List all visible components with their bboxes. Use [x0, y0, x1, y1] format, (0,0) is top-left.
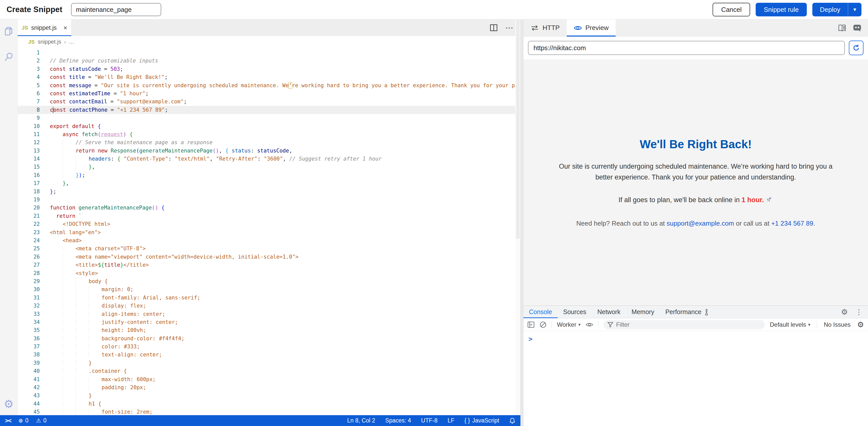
code-line[interactable]: 45 font-size: 2rem; [18, 408, 520, 415]
problems-warnings[interactable]: ⚠0 [36, 417, 46, 424]
code-line[interactable]: 26 <meta name="viewport" content="width=… [18, 253, 520, 261]
code-editor[interactable]: 12// Define your customizable inputs3con… [18, 48, 520, 415]
code-line[interactable]: 38 text-align: center; [18, 351, 520, 359]
code-line[interactable]: 3const statusCode = 503; [18, 65, 520, 73]
code-line[interactable]: 34 justify-content: center; [18, 318, 520, 326]
console-output[interactable]: > [523, 331, 868, 426]
tab-http[interactable]: HTTP [523, 20, 567, 36]
docs-book-icon[interactable] [838, 24, 846, 32]
tab-snippet-js[interactable]: JS snippet.js × [18, 20, 71, 36]
code-line[interactable]: 6const estimatedTime = "1 hour"; [18, 89, 520, 97]
context-selector[interactable]: Worker▾ [557, 321, 581, 328]
code-line[interactable]: 29 body { [18, 277, 520, 285]
code-line[interactable]: 32 display: flex; [18, 302, 520, 310]
line-content: return new Response(generateMaintenanceP… [40, 147, 292, 155]
devtools-settings-gear-icon[interactable]: ⚙ [841, 308, 848, 316]
code-line[interactable]: 13 return new Response(generateMaintenan… [18, 147, 520, 155]
close-icon[interactable]: × [63, 24, 67, 32]
line-number: 34 [18, 318, 40, 326]
problems-errors[interactable]: ⊗0 [19, 417, 28, 424]
editor-scrollbar[interactable] [515, 20, 520, 415]
code-line[interactable]: 1 [18, 49, 520, 57]
code-line[interactable]: 7const contactEmail = "support@example.c… [18, 97, 520, 106]
code-line[interactable]: 44 h1 { [18, 400, 520, 408]
code-line[interactable]: 37 color: #333; [18, 343, 520, 351]
discord-chat-icon[interactable] [853, 24, 862, 32]
code-line[interactable]: 14 headers: { "Content-Type": "text/html… [18, 155, 520, 163]
console-prompt[interactable]: > [528, 335, 532, 343]
code-line[interactable]: 33 align-items: center; [18, 310, 520, 318]
breadcrumb[interactable]: JS snippet.js › … [18, 36, 520, 48]
code-line[interactable]: 39 } [18, 359, 520, 367]
code-line[interactable]: 19 [18, 196, 520, 204]
code-line[interactable]: 23<html lang="en"> [18, 228, 520, 236]
files-icon[interactable] [3, 26, 14, 37]
code-line[interactable]: 24 <head> [18, 236, 520, 245]
refresh-button[interactable] [849, 40, 864, 55]
tab-preview[interactable]: Preview [567, 20, 616, 36]
code-line[interactable]: 31 font-family: Arial, sans-serif; [18, 294, 520, 302]
devtools-tab-performance[interactable]: Performance [660, 306, 715, 318]
support-email-link[interactable]: support@example.com [667, 220, 734, 227]
line-content: <style> [40, 269, 98, 277]
code-line[interactable]: 25 <meta charset="UTF-8"> [18, 245, 520, 253]
scrollbar-thumb[interactable] [516, 20, 520, 239]
code-line[interactable]: 5const message = "Our site is currently … [18, 81, 520, 89]
kebab-menu-icon[interactable]: ⋮ [856, 308, 863, 316]
code-line[interactable]: 17 }, [18, 179, 520, 187]
code-line[interactable]: 10export default { [18, 122, 520, 130]
console-sidebar-toggle-icon[interactable] [527, 321, 534, 328]
console-filter[interactable] [603, 320, 765, 329]
code-line[interactable]: 35 height: 100vh; [18, 326, 520, 334]
code-line[interactable]: 12 // Serve the maintenance page as a re… [18, 138, 520, 146]
code-line[interactable]: 16 }); [18, 171, 520, 179]
code-line[interactable]: 18}; [18, 188, 520, 196]
more-actions-icon[interactable]: ⋯ [505, 24, 513, 32]
eol-setting[interactable]: LF [447, 417, 455, 424]
code-line[interactable]: 2// Define your customizable inputs [18, 57, 520, 65]
devtools-tab-network[interactable]: Network [592, 306, 626, 318]
language-mode[interactable]: { }JavaScript [464, 417, 499, 424]
encoding-setting[interactable]: UTF-8 [421, 417, 437, 424]
deploy-dropdown-button[interactable]: ▾ [848, 3, 862, 17]
console-filter-input[interactable] [616, 321, 761, 328]
code-line[interactable]: 9 [18, 114, 520, 122]
code-line[interactable]: 41 max-width: 600px; [18, 375, 520, 384]
log-levels-selector[interactable]: Default levels▾ [770, 321, 810, 328]
code-line[interactable]: 40 .container { [18, 367, 520, 375]
cancel-button[interactable]: Cancel [713, 3, 750, 17]
code-line[interactable]: 4const title = "We'll Be Right Back!"; [18, 73, 520, 81]
code-line[interactable]: 42 padding: 20px; [18, 384, 520, 392]
code-line[interactable]: 28 <style> [18, 269, 520, 277]
snippet-name-input[interactable] [71, 3, 161, 16]
search-icon[interactable] [3, 51, 14, 62]
code-line[interactable]: 22 <!DOCTYPE html> [18, 220, 520, 228]
code-line[interactable]: 27 <title>${title}</title> [18, 261, 520, 269]
snippet-rule-button[interactable]: Snippet rule [756, 3, 807, 17]
clear-console-icon[interactable] [539, 321, 547, 328]
code-line[interactable]: 11 async fetch(request) { [18, 130, 520, 138]
live-expression-eye-icon[interactable] [586, 322, 593, 328]
code-line[interactable]: 15 }, [18, 163, 520, 171]
phone-link[interactable]: +1 234 567 89 [771, 220, 813, 227]
issues-counter[interactable]: No Issues [824, 321, 850, 328]
url-input[interactable] [528, 41, 845, 55]
deploy-button[interactable]: Deploy [812, 3, 848, 17]
notifications-bell-icon[interactable] [509, 418, 515, 424]
split-editor-icon[interactable] [490, 24, 498, 31]
devtools-tab-memory[interactable]: Memory [626, 306, 660, 318]
cursor-position[interactable]: Ln 8, Col 2 [347, 417, 375, 424]
code-line[interactable]: 21 return ` [18, 212, 520, 220]
pane-divider[interactable] [520, 20, 523, 426]
code-line[interactable]: 36 background-color: #f4f4f4; [18, 335, 520, 343]
console-settings-gear-icon[interactable]: ⚙ [857, 321, 864, 329]
devtools-tab-console[interactable]: Console [523, 306, 558, 318]
remote-indicator-icon[interactable]: >< [5, 417, 11, 424]
indentation-setting[interactable]: Spaces: 4 [385, 417, 411, 424]
code-line[interactable]: 8const contactPhone = "+1 234 567 89"; [18, 106, 520, 114]
devtools-tab-sources[interactable]: Sources [558, 306, 592, 318]
code-line[interactable]: 30 margin: 0; [18, 285, 520, 293]
code-line[interactable]: 20function generateMaintenancePage() { [18, 204, 520, 212]
settings-gear-icon[interactable]: ⚙ [4, 399, 13, 409]
code-line[interactable]: 43 } [18, 392, 520, 400]
